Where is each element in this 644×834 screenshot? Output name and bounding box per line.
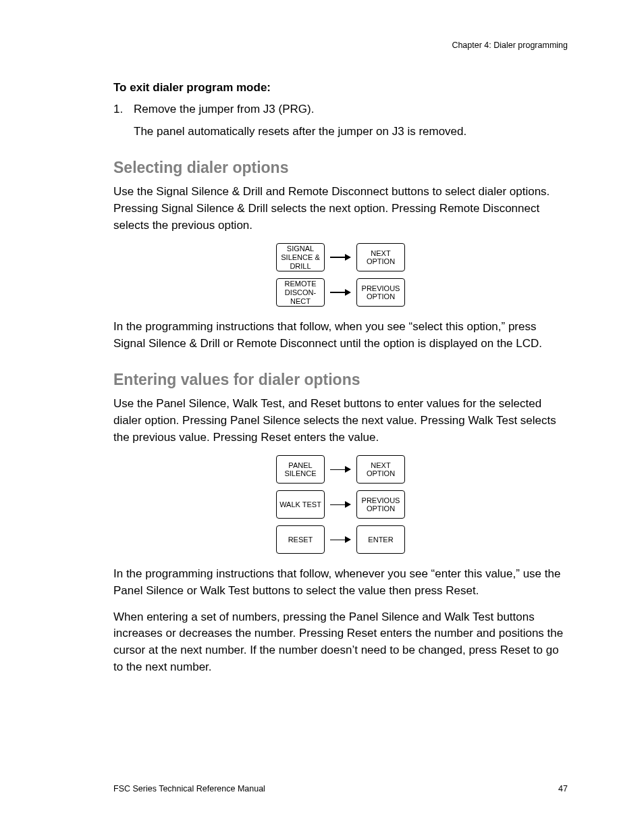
- arrow-icon: [330, 536, 351, 543]
- box-next-option: NEXT OPTION: [356, 455, 405, 484]
- box-signal-silence-drill: SIGNAL SILENCE & DRILL: [276, 243, 325, 271]
- arrow-icon: [330, 254, 351, 261]
- entering-p1: Use the Panel Silence, Walk Test, and Re…: [113, 396, 568, 446]
- box-reset: RESET: [276, 525, 325, 554]
- diagram-row: SIGNAL SILENCE & DRILL NEXT OPTION: [276, 243, 405, 271]
- arrow-icon: [330, 466, 351, 473]
- diagram-row: REMOTE DISCON-NECT PREVIOUS OPTION: [276, 278, 405, 307]
- entering-p3: When entering a set of numbers, pressing…: [113, 609, 568, 676]
- page-footer: FSC Series Technical Reference Manual 47: [113, 784, 568, 793]
- diagram-row: WALK TEST PREVIOUS OPTION: [276, 490, 405, 519]
- box-panel-silence: PANEL SILENCE: [276, 455, 325, 484]
- step-text: Remove the jumper from J3 (PRG).: [134, 103, 314, 115]
- entering-p2: In the programming instructions that fol…: [113, 566, 568, 599]
- step-number: 1.: [113, 101, 123, 118]
- exit-mode-title: To exit dialer program mode:: [113, 81, 568, 95]
- selecting-p2: In the programming instructions that fol…: [113, 319, 568, 352]
- box-enter: ENTER: [356, 525, 405, 554]
- box-previous-option: PREVIOUS OPTION: [356, 278, 405, 307]
- page-content: Chapter 4: Dialer programming To exit di…: [0, 0, 644, 675]
- step-body: The panel automatically resets after the…: [134, 124, 568, 140]
- box-previous-option: PREVIOUS OPTION: [356, 490, 405, 519]
- arrow-icon: [330, 289, 351, 296]
- box-next-option: NEXT OPTION: [356, 243, 405, 271]
- page-number: 47: [558, 784, 568, 793]
- step-1: 1. Remove the jumper from J3 (PRG).: [113, 101, 568, 118]
- footer-title: FSC Series Technical Reference Manual: [113, 784, 265, 793]
- heading-selecting: Selecting dialer options: [113, 159, 568, 177]
- selecting-diagram: SIGNAL SILENCE & DRILL NEXT OPTION REMOT…: [113, 243, 568, 307]
- box-walk-test: WALK TEST: [276, 490, 325, 519]
- box-remote-disconnect: REMOTE DISCON-NECT: [276, 278, 325, 307]
- diagram-row: RESET ENTER: [276, 525, 405, 554]
- entering-diagram: PANEL SILENCE NEXT OPTION WALK TEST PREV…: [113, 455, 568, 554]
- diagram-row: PANEL SILENCE NEXT OPTION: [276, 455, 405, 484]
- selecting-p1: Use the Signal Silence & Drill and Remot…: [113, 184, 568, 234]
- chapter-header: Chapter 4: Dialer programming: [113, 41, 568, 50]
- heading-entering: Entering values for dialer options: [113, 371, 568, 389]
- arrow-icon: [330, 501, 351, 508]
